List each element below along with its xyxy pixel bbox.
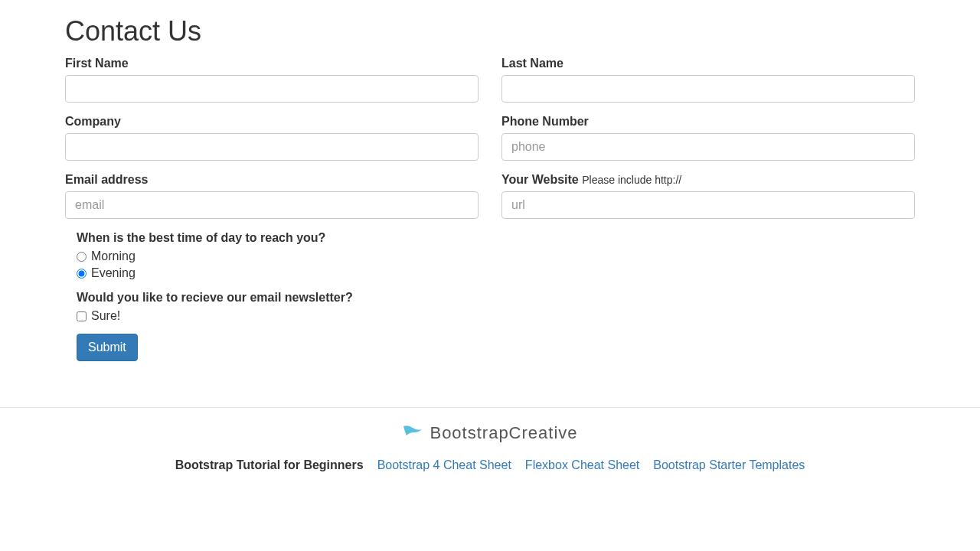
footer-link-templates[interactable]: Bootstrap Starter Templates bbox=[653, 458, 805, 472]
footer: BootstrapCreative Bootstrap Tutorial for… bbox=[0, 407, 980, 503]
radio-morning[interactable] bbox=[77, 252, 87, 262]
radio-morning-label: Morning bbox=[91, 249, 136, 263]
checkbox-newsletter-label: Sure! bbox=[91, 309, 120, 323]
footer-link-tutorial[interactable]: Bootstrap Tutorial for Beginners bbox=[175, 458, 364, 472]
phone-label: Phone Number bbox=[501, 115, 915, 129]
company-label: Company bbox=[65, 115, 479, 129]
radio-evening[interactable] bbox=[77, 269, 87, 279]
phone-input[interactable] bbox=[501, 133, 915, 161]
company-input[interactable] bbox=[65, 133, 479, 161]
footer-logo-text: BootstrapCreative bbox=[430, 423, 577, 443]
footer-link-flexbox[interactable]: Flexbox Cheat Sheet bbox=[525, 458, 639, 472]
first-name-input[interactable] bbox=[65, 75, 479, 103]
website-hint: Please include http:// bbox=[582, 174, 681, 186]
page-title: Contact Us bbox=[65, 15, 915, 47]
website-input[interactable] bbox=[501, 191, 915, 219]
checkbox-newsletter[interactable] bbox=[77, 311, 87, 321]
footer-logo: BootstrapCreative bbox=[402, 423, 577, 443]
radio-evening-label: Evening bbox=[91, 266, 136, 280]
email-input[interactable] bbox=[65, 191, 479, 219]
first-name-label: First Name bbox=[65, 57, 479, 70]
bird-icon bbox=[402, 425, 423, 442]
footer-link-cheatsheet4[interactable]: Bootstrap 4 Cheat Sheet bbox=[377, 458, 511, 472]
last-name-label: Last Name bbox=[501, 57, 915, 70]
last-name-input[interactable] bbox=[501, 75, 915, 103]
newsletter-question: Would you like to recieve our email news… bbox=[77, 291, 903, 305]
website-label: Your Website Please include http:// bbox=[501, 173, 915, 187]
email-label: Email address bbox=[65, 173, 479, 187]
submit-button[interactable]: Submit bbox=[77, 334, 138, 361]
best-time-question: When is the best time of day to reach yo… bbox=[77, 231, 903, 245]
